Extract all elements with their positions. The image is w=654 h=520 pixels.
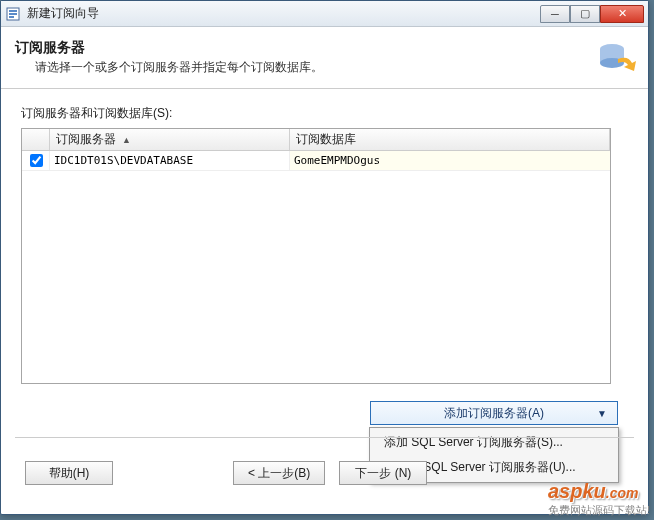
- app-icon: [5, 6, 21, 22]
- page-subtitle: 请选择一个或多个订阅服务器并指定每个订阅数据库。: [15, 59, 634, 76]
- col-database-label: 订阅数据库: [296, 131, 356, 148]
- sort-asc-icon: ▲: [122, 135, 131, 145]
- back-button[interactable]: < 上一步(B): [233, 461, 325, 485]
- next-button[interactable]: 下一步 (N): [339, 461, 427, 485]
- row-checkbox[interactable]: [30, 154, 43, 167]
- chevron-down-icon: ▼: [597, 408, 607, 419]
- window-title: 新建订阅向导: [27, 5, 540, 22]
- col-checkbox[interactable]: [22, 129, 50, 150]
- separator: [15, 437, 634, 438]
- subscriber-grid[interactable]: 订阅服务器 ▲ 订阅数据库 IDC1DT01S\DEVDATABASE Gome…: [21, 128, 611, 384]
- col-server[interactable]: 订阅服务器 ▲: [50, 129, 290, 150]
- col-database[interactable]: 订阅数据库: [290, 129, 610, 150]
- grid-header: 订阅服务器 ▲ 订阅数据库: [22, 129, 610, 151]
- menu-add-sql-server[interactable]: 添加 SQL Server 订阅服务器(S)...: [370, 430, 618, 455]
- wizard-header: 订阅服务器 请选择一个或多个订阅服务器并指定每个订阅数据库。: [1, 27, 648, 89]
- titlebar[interactable]: 新建订阅向导 ─ ▢ ✕: [1, 1, 648, 27]
- minimize-button[interactable]: ─: [540, 5, 570, 23]
- svg-rect-2: [9, 13, 17, 15]
- row-database[interactable]: GomeEMPMDOgus: [290, 151, 610, 170]
- help-button[interactable]: 帮助(H): [25, 461, 113, 485]
- svg-rect-3: [9, 16, 14, 18]
- wizard-body: 订阅服务器和订阅数据库(S): 订阅服务器 ▲ 订阅数据库 IDC1DT01S\…: [1, 89, 648, 390]
- col-server-label: 订阅服务器: [56, 131, 116, 148]
- wizard-icon: [594, 35, 638, 79]
- window-buttons: ─ ▢ ✕: [540, 5, 644, 23]
- close-button[interactable]: ✕: [600, 5, 644, 23]
- maximize-button[interactable]: ▢: [570, 5, 600, 23]
- row-checkbox-cell: [22, 151, 50, 170]
- table-row[interactable]: IDC1DT01S\DEVDATABASE GomeEMPMDOgus: [22, 151, 610, 171]
- add-subscriber-dropdown[interactable]: 添加订阅服务器(A) ▼: [370, 401, 618, 425]
- page-title: 订阅服务器: [15, 39, 634, 57]
- grid-label: 订阅服务器和订阅数据库(S):: [21, 105, 628, 122]
- wizard-window: 新建订阅向导 ─ ▢ ✕ 订阅服务器 请选择一个或多个订阅服务器并指定每个订阅数…: [0, 0, 649, 515]
- row-server[interactable]: IDC1DT01S\DEVDATABASE: [50, 151, 290, 170]
- add-subscriber-label: 添加订阅服务器(A): [444, 405, 544, 422]
- wizard-buttons: 帮助(H) < 上一步(B) 下一步 (N): [25, 461, 427, 485]
- svg-rect-1: [9, 10, 17, 12]
